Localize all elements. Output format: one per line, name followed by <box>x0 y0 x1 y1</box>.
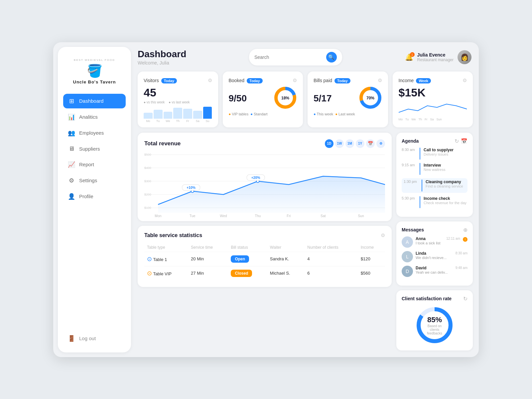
tablevip-waiter: Michael S. <box>267 266 305 280</box>
agenda-name-0: Call to supplyer <box>424 148 454 152</box>
message-item-anna[interactable]: A Anna 12:11 am I took a sick list ! <box>402 236 467 248</box>
message-item-david[interactable]: D David 9:48 am Yeah we can deliv... <box>402 266 467 277</box>
app-shell: best medieval food 🪣 Uncle Bo's Tavern ⊞… <box>53 42 479 357</box>
agenda-sub-1: New waitress <box>424 168 445 172</box>
income-card: IncomeWeek ⚙ $15K Mo Tu We Th Fr Sa Sun <box>393 71 473 127</box>
col-table-type: Table type <box>144 243 188 252</box>
search-button[interactable]: 🔍 <box>326 52 337 63</box>
messages-add-icon[interactable]: ⊕ <box>463 227 467 233</box>
income-day-sa: Sa <box>430 118 434 121</box>
income-day-mo: Mo <box>399 118 403 121</box>
linda-name: Linda <box>416 251 426 256</box>
time-calendar[interactable]: 📅 <box>366 139 375 148</box>
satisfaction-sub: Based on clients feedbacks <box>425 324 445 335</box>
visitors-gear-icon[interactable]: ⚙ <box>208 77 212 83</box>
agenda-card: Agenda ↻ 📅 8:30 am Call to supplyer Deli… <box>396 133 473 217</box>
table1-waiter: Sandra K. <box>267 252 305 266</box>
booked-gear-icon[interactable]: ⚙ <box>293 77 297 83</box>
stats-row: VisitorsToday ⚙ 45 ● vs this week ● vs l… <box>138 71 473 127</box>
time-1w[interactable]: 1W <box>335 139 344 148</box>
bills-legend-last: Last week <box>338 112 355 116</box>
sidebar-label-profile: Profile <box>79 194 93 199</box>
booked-legend-vip: VIP tables <box>232 112 248 116</box>
income-gear-icon[interactable]: ⚙ <box>463 77 467 83</box>
income-day-fr: Fr <box>425 118 428 121</box>
visitors-bar-chart <box>144 107 212 119</box>
sidebar-item-dashboard[interactable]: ⊞ Dashboard <box>63 94 126 108</box>
visitors-badge: Today <box>161 78 177 83</box>
page-subtitle: Welcome, Julia <box>138 60 186 66</box>
logout-button[interactable]: 🚪 Log out <box>63 331 126 346</box>
agenda-calendar-icon[interactable]: 📅 <box>461 138 467 144</box>
sidebar-item-analytics[interactable]: 📊 Analitics <box>63 110 126 124</box>
agenda-sub-0: Delivery issues <box>424 152 454 156</box>
sidebar-label-employees: Employees <box>79 130 104 136</box>
svg-text:$100: $100 <box>144 206 151 209</box>
anna-badge: ! <box>463 237 467 242</box>
user-name: Julia Evence <box>417 52 454 58</box>
booked-value: 9/50 <box>229 93 247 104</box>
sidebar-item-profile[interactable]: 👤 Profile <box>63 189 126 204</box>
day-label-Sa: Sa <box>193 119 202 123</box>
mini-bar-Th <box>173 108 182 119</box>
main-area: Dashboard Welcome, Julia 🔍 🔔 1 Julia Eve… <box>136 42 479 357</box>
visitors-value: 45 <box>144 86 212 99</box>
search-icon: 🔍 <box>328 54 334 60</box>
table-stats-card: Table service statistics ⚙ Table type Se… <box>138 226 392 287</box>
mini-bar-Su <box>203 107 212 119</box>
david-avatar: D <box>402 266 413 277</box>
sidebar-label-suppliers: Suppliers <box>79 146 100 152</box>
user-role: Restaurant manager <box>417 58 454 62</box>
notification-bell[interactable]: 🔔 1 <box>405 53 413 61</box>
sidebar-item-suppliers[interactable]: 🖥 Suppliers <box>63 142 126 156</box>
agenda-item: 8:30 am Call to supplyer Delivery issues <box>402 148 467 160</box>
agenda-sub-3: Check revenue for the day <box>424 201 466 205</box>
day-label-Th: Th <box>173 119 182 123</box>
bills-badge: Today <box>334 78 350 83</box>
content-row: Total revenue 1D 1W 1M 1Y 📅 ⚙ <box>138 133 473 350</box>
agenda-time-3: 5:30 pm <box>402 196 416 200</box>
svg-text:Sat: Sat <box>321 214 326 218</box>
time-1d[interactable]: 1D <box>325 139 333 148</box>
table-gear-icon[interactable]: ⚙ <box>381 232 385 238</box>
revenue-title: Total revenue <box>144 140 181 147</box>
anna-avatar: A <box>402 236 413 248</box>
sidebar-item-employees[interactable]: 👥 Employees <box>63 126 126 140</box>
satisfaction-donut: 85% Based on clients feedbacks <box>415 305 455 345</box>
income-day-sun: Sun <box>437 118 442 121</box>
logout-icon: 🚪 <box>68 335 75 342</box>
logo-top-text: best medieval food <box>74 59 115 62</box>
sidebar-label-report: Report <box>79 162 94 167</box>
time-1m[interactable]: 1M <box>345 139 354 148</box>
chart-settings[interactable]: ⚙ <box>376 139 385 148</box>
satisfaction-refresh-icon[interactable]: ↻ <box>463 296 467 302</box>
service-table: Table type Service time Bill status Wait… <box>144 243 385 280</box>
bills-title: Bills paid <box>314 78 332 83</box>
agenda-refresh-icon[interactable]: ↻ <box>455 138 459 144</box>
page-title-block: Dashboard Welcome, Julia <box>138 49 186 66</box>
notification-badge: 1 <box>410 52 415 57</box>
bills-gear-icon[interactable]: ⚙ <box>378 77 382 83</box>
bills-donut: 70% <box>359 86 382 109</box>
user-name-block: Julia Evence Restaurant manager <box>417 52 454 62</box>
income-value: $15K <box>399 86 467 99</box>
tablevip-clients: 6 <box>305 266 358 280</box>
visitors-card: VisitorsToday ⚙ 45 ● vs this week ● vs l… <box>138 71 218 127</box>
right-column: Agenda ↻ 📅 8:30 am Call to supplyer Deli… <box>396 133 473 350</box>
visitors-days: MoTuWeThFrSaSu <box>144 119 212 123</box>
vs-last-week: ● vs last week <box>169 100 190 104</box>
svg-text:Tue: Tue <box>190 214 196 218</box>
left-column: Total revenue 1D 1W 1M 1Y 📅 ⚙ <box>138 133 392 350</box>
mini-bar-Fr <box>183 109 192 119</box>
income-line-chart <box>399 99 467 116</box>
svg-text:+20%: +20% <box>251 176 260 180</box>
sidebar-item-settings[interactable]: ⚙ Settings <box>63 173 126 188</box>
agenda-time-1: 9:15 am <box>402 163 416 167</box>
search-bar[interactable]: 🔍 <box>249 49 342 66</box>
time-1y[interactable]: 1Y <box>356 139 364 148</box>
income-day-we: We <box>411 118 416 121</box>
sidebar-item-report[interactable]: 📈 Report <box>63 157 126 172</box>
search-input[interactable] <box>254 55 326 60</box>
agenda-item: 1:30 pm Cleaning company Find a cleaning… <box>402 178 467 193</box>
message-item-linda[interactable]: L Linda 8:30 am We didn't recieve... <box>402 251 467 262</box>
